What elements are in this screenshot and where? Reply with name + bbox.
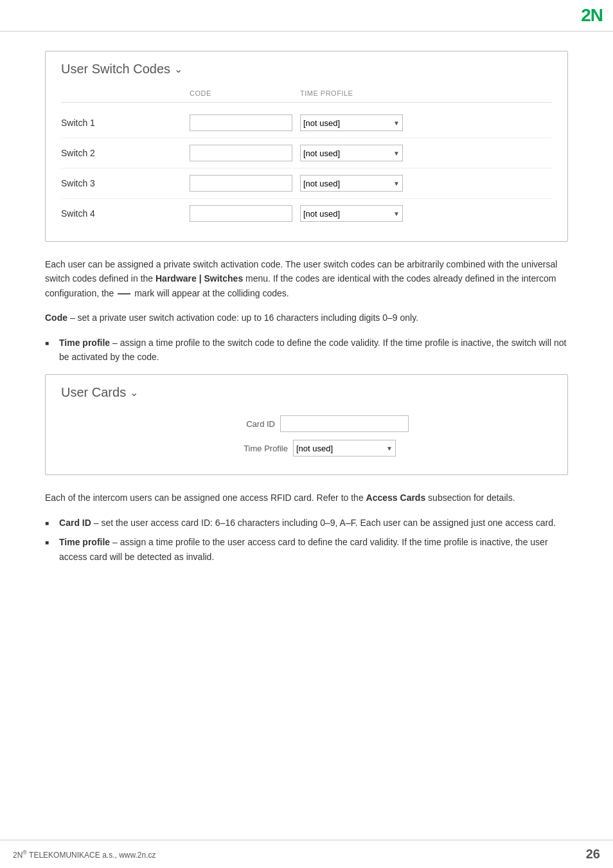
switch-label-1: Switch 1 (61, 118, 190, 128)
cards-bullet-card-id-text: Card ID – set the user access card ID: 6… (59, 516, 556, 530)
switch-bullet-list: Time profile – assign a time profile to … (45, 336, 568, 365)
switch-row: Switch 4 [not used] (61, 199, 552, 228)
switch-row: Switch 2 [not used] (61, 138, 552, 168)
code-input-1[interactable] (190, 114, 292, 131)
col-header-time-profile: TIME PROFILE (300, 89, 441, 97)
cards-bullet-time-profile-text: Time profile – assign a time profile to … (59, 535, 568, 564)
card-id-label: Card ID (204, 419, 275, 429)
select-wrapper-2[interactable]: [not used] (300, 145, 403, 161)
switch-codes-title-text: User Switch Codes (61, 62, 170, 77)
time-profile-wrap-1: [not used] (300, 114, 441, 131)
switch-rows-container: Switch 1 [not used] Switch 2 [n (61, 108, 552, 228)
time-profile-wrap-2: [not used] (300, 145, 441, 161)
page-header: 2N (0, 0, 613, 32)
hardware-switches-bold: Hardware | Switches (155, 273, 243, 284)
card-id-input[interactable] (280, 415, 409, 432)
main-content: User Switch Codes ⌄ CODE TIME PROFILE Sw… (0, 32, 613, 613)
time-profile-select[interactable]: [not used] (293, 440, 396, 457)
chevron-down-icon-2: ⌄ (130, 386, 138, 399)
time-profile-row: Time Profile [not used] (217, 440, 396, 457)
select-wrapper-1[interactable]: [not used] (300, 114, 403, 131)
switch-label-4: Switch 4 (61, 208, 190, 219)
switch-para-1: Each user can be assigned a private swit… (45, 257, 568, 300)
cards-bullet-list: Card ID – set the user access card ID: 6… (45, 516, 568, 564)
logo: 2N (581, 5, 603, 26)
code-input-wrap-4 (190, 205, 300, 222)
access-cards-bold: Access Cards (366, 493, 426, 503)
select-wrapper-4[interactable]: [not used] (300, 205, 403, 222)
time-profile-bold-2: Time profile (59, 537, 110, 547)
switch-codes-section: User Switch Codes ⌄ CODE TIME PROFILE Sw… (45, 51, 568, 242)
switch-codes-title[interactable]: User Switch Codes ⌄ (61, 62, 552, 77)
page-footer: 2N® TELEKOMUNIKACE a.s., www.2n.cz 26 (0, 840, 613, 868)
switch-bullet-text: Time profile – assign a time profile to … (59, 336, 568, 365)
switch-label-2: Switch 2 (61, 148, 190, 158)
code-input-2[interactable] (190, 145, 292, 161)
time-profile-select-wrapper[interactable]: [not used] (293, 440, 396, 457)
time-select-1[interactable]: [not used] (300, 114, 403, 131)
code-input-wrap-1 (190, 114, 300, 131)
footer-company: 2N® TELEKOMUNIKACE a.s., www.2n.cz (13, 849, 156, 860)
time-profile-wrap-4: [not used] (300, 205, 441, 222)
code-bold: Code (45, 312, 67, 323)
user-cards-title-text: User Cards (61, 385, 126, 400)
col-header-code: CODE (190, 89, 300, 97)
time-select-3[interactable]: [not used] (300, 175, 403, 192)
time-profile-bold: Time profile (59, 338, 110, 348)
switch-label-3: Switch 3 (61, 178, 190, 188)
page-number: 26 (586, 847, 600, 862)
time-profile-label: Time Profile (217, 444, 288, 453)
code-input-wrap-2 (190, 145, 300, 161)
cards-form: Card ID Time Profile [not used] (61, 410, 552, 462)
code-input-wrap-3 (190, 175, 300, 192)
user-cards-section: User Cards ⌄ Card ID Time Profile [not u… (45, 374, 568, 475)
card-id-row: Card ID (204, 415, 409, 432)
switch-row: Switch 1 [not used] (61, 108, 552, 138)
time-select-2[interactable]: [not used] (300, 145, 403, 161)
time-profile-wrap-3: [not used] (300, 175, 441, 192)
time-select-4[interactable]: [not used] (300, 205, 403, 222)
cards-bullet-time-profile: Time profile – assign a time profile to … (45, 535, 568, 564)
cards-para-1: Each of the intercom users can be assign… (45, 491, 568, 505)
code-input-3[interactable] (190, 175, 292, 192)
switch-row: Switch 3 [not used] (61, 168, 552, 199)
card-id-bold: Card ID (59, 518, 91, 528)
user-cards-title[interactable]: User Cards ⌄ (61, 385, 552, 400)
select-wrapper-3[interactable]: [not used] (300, 175, 403, 192)
code-input-4[interactable] (190, 205, 292, 222)
switch-para-2: Code – set a private user switch activat… (45, 311, 568, 325)
dash-mark (118, 293, 130, 294)
cards-bullet-card-id: Card ID – set the user access card ID: 6… (45, 516, 568, 530)
table-header-row: CODE TIME PROFILE (61, 87, 552, 103)
chevron-down-icon: ⌄ (174, 63, 182, 75)
switch-bullet-time-profile: Time profile – assign a time profile to … (45, 336, 568, 365)
